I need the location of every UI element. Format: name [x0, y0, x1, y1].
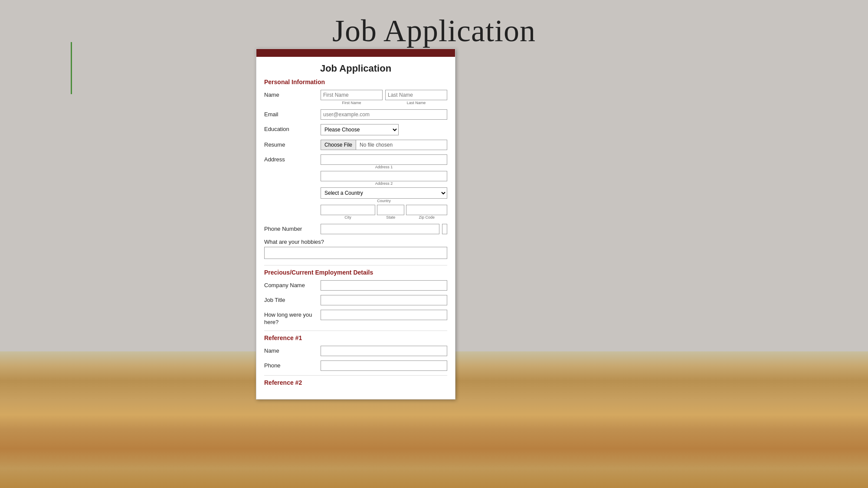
phone-area-input[interactable]: [321, 224, 439, 234]
country-sublabel: Country: [321, 199, 447, 203]
form-title: Job Application: [264, 63, 447, 74]
country-wrap: Select a Country United States United Ki…: [321, 187, 447, 203]
address2-wrap: Address 2: [321, 171, 447, 186]
company-input[interactable]: [321, 280, 447, 291]
resume-row: Resume Choose File No file chosen: [264, 140, 447, 150]
city-sublabel: City: [321, 215, 375, 219]
company-row: Company Name: [264, 280, 447, 291]
reference2-section: Reference #2: [264, 379, 447, 386]
phone-fields-wrap: [321, 224, 447, 234]
job-title-input[interactable]: [321, 295, 447, 305]
file-chosen-text: No file chosen: [356, 140, 447, 150]
phone-main-input[interactable]: [442, 224, 447, 234]
education-select[interactable]: Please Choose High School Associate's De…: [321, 124, 399, 135]
address1-wrap: Address 1: [321, 154, 447, 169]
job-title-label: Job Title: [264, 295, 321, 304]
state-input[interactable]: [377, 205, 404, 215]
ref1-name-row: Name: [264, 346, 447, 356]
name-label: Name: [264, 90, 321, 99]
first-name-input[interactable]: [321, 90, 383, 100]
email-input[interactable]: [321, 109, 447, 120]
last-name-label: Last Name: [385, 101, 447, 105]
company-field: [321, 280, 447, 291]
page-title: Job Application: [0, 13, 868, 49]
ref1-name-label: Name: [264, 346, 321, 355]
address-row: Address Address 1 Address 2 Select a Cou…: [264, 154, 447, 219]
form-container: Job Application Personal Information Nam…: [256, 49, 455, 400]
email-field-wrap: [321, 109, 447, 120]
resume-field-wrap: Choose File No file chosen: [321, 140, 447, 150]
job-title-row: Job Title: [264, 295, 447, 305]
duration-input[interactable]: [321, 310, 447, 320]
section-employment-title: Precious/Current Employment Details: [264, 269, 447, 276]
job-title-field: [321, 295, 447, 305]
duration-row: How long were you here?: [264, 310, 447, 326]
first-name-label: First Name: [321, 101, 383, 105]
resume-label: Resume: [264, 140, 321, 149]
name-row: Name First Name Last Name: [264, 90, 447, 105]
choose-file-button[interactable]: Choose File: [321, 140, 356, 150]
form-header-bar: [256, 49, 455, 57]
address2-sublabel: Address 2: [321, 181, 447, 186]
first-name-wrap: First Name: [321, 90, 383, 105]
address2-input[interactable]: [321, 171, 447, 181]
reference2-title: Reference #2: [264, 379, 447, 386]
city-state-zip-row: City State Zip Code: [321, 205, 447, 219]
ref1-name-input[interactable]: [321, 346, 447, 356]
ref1-phone-input[interactable]: [321, 360, 447, 371]
ref1-phone-row: Phone: [264, 360, 447, 371]
address-label: Address: [264, 154, 321, 164]
last-name-wrap: Last Name: [385, 90, 447, 105]
reference1-title: Reference #1: [264, 334, 447, 341]
ref1-phone-label: Phone: [264, 360, 321, 370]
divider-2: [264, 331, 447, 331]
phone-row: Phone Number: [264, 224, 447, 234]
phone-label: Phone Number: [264, 224, 321, 233]
form-body: Job Application Personal Information Nam…: [256, 57, 455, 399]
zip-input[interactable]: [406, 205, 447, 215]
divider-3: [264, 375, 447, 376]
duration-field: [321, 310, 447, 320]
city-wrap: City: [321, 205, 375, 219]
section-personal-title: Personal Information: [264, 79, 447, 85]
address1-sublabel: Address 1: [321, 165, 447, 169]
duration-label: How long were you here?: [264, 310, 321, 326]
reference1-section: Reference #1 Name Phone: [264, 334, 447, 371]
name-fields: First Name Last Name: [321, 90, 447, 105]
hobbies-question: What are your hobbies?: [264, 239, 447, 245]
resume-file-row: Choose File No file chosen: [321, 140, 447, 150]
green-accent-line: [71, 42, 72, 94]
ref1-name-field: [321, 346, 447, 356]
address-fields-wrap: Address 1 Address 2 Select a Country Uni…: [321, 154, 447, 219]
phone-fields: [321, 224, 447, 234]
education-row: Education Please Choose High School Asso…: [264, 124, 447, 135]
email-label: Email: [264, 109, 321, 118]
education-field-wrap: Please Choose High School Associate's De…: [321, 124, 447, 135]
address1-input[interactable]: [321, 154, 447, 165]
company-label: Company Name: [264, 280, 321, 289]
education-label: Education: [264, 124, 321, 133]
address-fields: Address 1 Address 2 Select a Country Uni…: [321, 154, 447, 219]
hobbies-section: What are your hobbies?: [264, 239, 447, 261]
hobbies-textarea[interactable]: [264, 247, 447, 259]
zip-wrap: Zip Code: [406, 205, 447, 219]
last-name-input[interactable]: [385, 90, 447, 100]
city-input[interactable]: [321, 205, 375, 215]
state-sublabel: State: [377, 215, 404, 219]
state-wrap: State: [377, 205, 404, 219]
zip-sublabel: Zip Code: [406, 215, 447, 219]
email-row: Email: [264, 109, 447, 120]
ref1-phone-field: [321, 360, 447, 371]
country-select[interactable]: Select a Country United States United Ki…: [321, 187, 447, 199]
divider-1: [264, 265, 447, 265]
